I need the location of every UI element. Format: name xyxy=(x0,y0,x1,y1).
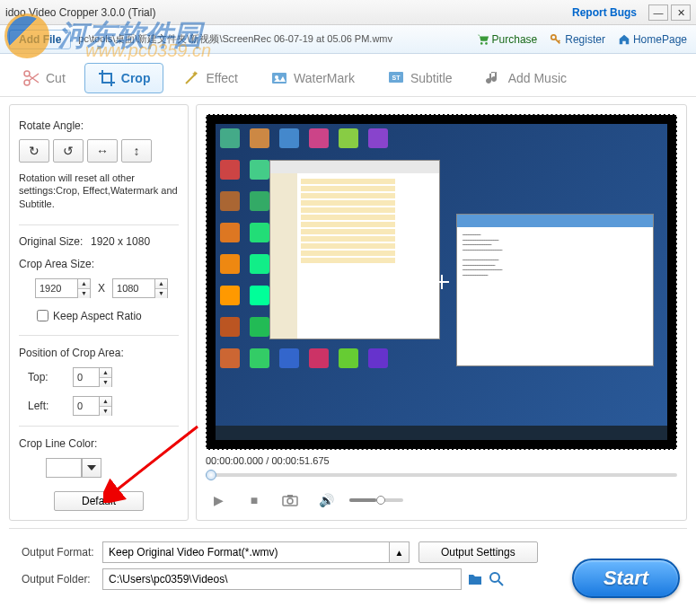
original-size-label: Original Size: xyxy=(19,235,91,248)
rotate-angle-label: Rotate Angle: xyxy=(19,119,179,132)
output-format-dropdown[interactable]: ▲ xyxy=(390,541,410,563)
output-folder-input[interactable]: C:\Users\pc0359\Videos\ xyxy=(102,568,462,590)
timecode-display: 00:00:00.000 / 00:00:51.675 xyxy=(206,455,677,466)
playback-controls: ▶ ■ 🔊 xyxy=(206,489,677,511)
svg-point-10 xyxy=(287,498,293,504)
home-icon xyxy=(618,33,630,46)
crop-height-spinner[interactable]: ▲▼ xyxy=(155,278,168,298)
crop-width-spinner[interactable]: ▲▼ xyxy=(78,278,91,298)
rotate-cw-button[interactable]: ↻ xyxy=(19,139,49,163)
snapshot-button[interactable] xyxy=(278,489,303,511)
left-label: Left: xyxy=(28,400,73,412)
keep-aspect-checkbox[interactable] xyxy=(37,310,48,321)
position-label: Position of Crop Area: xyxy=(19,347,179,359)
start-button[interactable]: Start xyxy=(572,559,680,598)
close-button[interactable]: ✕ xyxy=(671,4,691,21)
seek-slider[interactable] xyxy=(206,470,677,480)
volume-icon[interactable]: 🔊 xyxy=(313,489,339,511)
music-icon xyxy=(485,69,503,87)
tab-label: WaterMark xyxy=(294,71,355,85)
crop-left-spinner[interactable]: ▲▼ xyxy=(100,396,112,416)
play-button[interactable]: ▶ xyxy=(206,489,231,511)
rotate-ccw-button[interactable]: ↺ xyxy=(53,139,84,163)
key-icon xyxy=(550,33,562,46)
crop-left-input[interactable]: 0 xyxy=(73,396,100,416)
default-button[interactable]: Default xyxy=(54,491,144,511)
crop-center-crosshair xyxy=(435,275,449,289)
crop-color-swatch[interactable] xyxy=(46,458,82,478)
output-folder-label: Output Folder: xyxy=(22,573,102,585)
svg-point-0 xyxy=(480,42,483,45)
crop-color-dropdown[interactable] xyxy=(82,458,101,478)
flip-horizontal-button[interactable]: ↔ xyxy=(87,139,118,163)
output-format-combo[interactable]: Keep Original Video Format(*.wmv) xyxy=(102,541,390,563)
report-bugs-link[interactable]: Report Bugs xyxy=(572,6,637,19)
top-toolbar: Add File pc\tools\桌面\新建文件夹\新视频\ScreenRec… xyxy=(0,25,696,54)
open-folder-icon[interactable] xyxy=(489,571,505,587)
tab-crop[interactable]: Crop xyxy=(84,63,164,93)
crop-width-input[interactable]: 1920 xyxy=(35,278,78,298)
divider xyxy=(19,426,179,427)
top-label: Top: xyxy=(28,371,73,383)
add-file-button[interactable]: Add File xyxy=(9,30,71,49)
window-title: idoo Video Cropper 3.0.0 (Trial) xyxy=(5,6,572,19)
tab-add-music[interactable]: Add Music xyxy=(471,63,580,93)
homepage-link[interactable]: HomePage xyxy=(618,33,687,46)
stop-button[interactable]: ■ xyxy=(242,489,267,511)
tab-label: Add Music xyxy=(508,71,567,85)
crop-height-input[interactable]: 1080 xyxy=(112,278,155,298)
tab-label: Subtitle xyxy=(410,71,453,85)
crop-top-input[interactable]: 0 xyxy=(73,367,100,387)
svg-text:ST: ST xyxy=(392,75,401,81)
preview-window-1 xyxy=(269,160,440,339)
tab-subtitle[interactable]: ST Subtitle xyxy=(374,63,466,93)
svg-rect-5 xyxy=(272,73,286,84)
svg-point-12 xyxy=(490,573,499,582)
volume-slider[interactable] xyxy=(349,498,403,502)
window-titlebar: idoo Video Cropper 3.0.0 (Trial) Report … xyxy=(0,0,696,25)
watermark-icon xyxy=(270,69,288,87)
output-settings-button[interactable]: Output Settings xyxy=(418,541,538,563)
tab-watermark[interactable]: WaterMark xyxy=(257,63,368,93)
cart-icon xyxy=(477,33,489,46)
tab-label: Effect xyxy=(206,71,238,85)
keep-aspect-label: Keep Aspect Ratio xyxy=(53,310,142,322)
output-format-label: Output Format: xyxy=(22,546,102,559)
svg-rect-11 xyxy=(287,495,293,497)
video-preview[interactable]: ━━━━━━━━━━━━━━━━━━━━━━━━━━━━━━━━━━━━━━━━… xyxy=(206,114,677,450)
divider xyxy=(19,224,179,225)
tab-label: Cut xyxy=(46,71,66,85)
svg-point-1 xyxy=(485,42,488,45)
crop-top-spinner[interactable]: ▲▼ xyxy=(100,367,112,387)
wand-icon xyxy=(182,69,200,87)
original-size-value: 1920 x 1080 xyxy=(91,235,150,248)
scissors-icon xyxy=(22,69,40,87)
loaded-file-path: pc\tools\桌面\新建文件夹\新视频\ScreenRec 06-07-19… xyxy=(78,32,463,46)
browse-folder-icon[interactable] xyxy=(467,571,483,587)
crop-icon xyxy=(98,69,116,87)
minimize-button[interactable]: — xyxy=(648,4,668,21)
rotation-note: Rotation will reset all other settings:C… xyxy=(19,172,179,210)
main-area: Rotate Angle: ↻ ↺ ↔ ↕ Rotation will rese… xyxy=(0,97,696,528)
subtitle-icon: ST xyxy=(387,69,405,87)
flip-vertical-button[interactable]: ↕ xyxy=(121,139,152,163)
crop-area-size-label: Crop Area Size: xyxy=(19,258,179,270)
crop-line-color-label: Crop Line Color: xyxy=(19,437,179,450)
crop-settings-panel: Rotate Angle: ↻ ↺ ↔ ↕ Rotation will rese… xyxy=(9,104,189,521)
register-link[interactable]: Register xyxy=(550,33,605,46)
purchase-link[interactable]: Purchase xyxy=(477,33,538,46)
x-separator: X xyxy=(98,282,105,295)
tabs-bar: Cut Crop Effect WaterMark ST Subtitle Ad… xyxy=(0,54,696,97)
divider xyxy=(19,335,179,336)
tab-cut[interactable]: Cut xyxy=(9,63,79,93)
tab-label: Crop xyxy=(121,71,151,85)
tab-effect[interactable]: Effect xyxy=(169,63,251,93)
preview-window-2: ━━━━━━━━━━━━━━━━━━━━━━━━━━━━━━━━━━━━━━━━… xyxy=(456,214,654,366)
preview-panel: ━━━━━━━━━━━━━━━━━━━━━━━━━━━━━━━━━━━━━━━━… xyxy=(196,104,687,521)
